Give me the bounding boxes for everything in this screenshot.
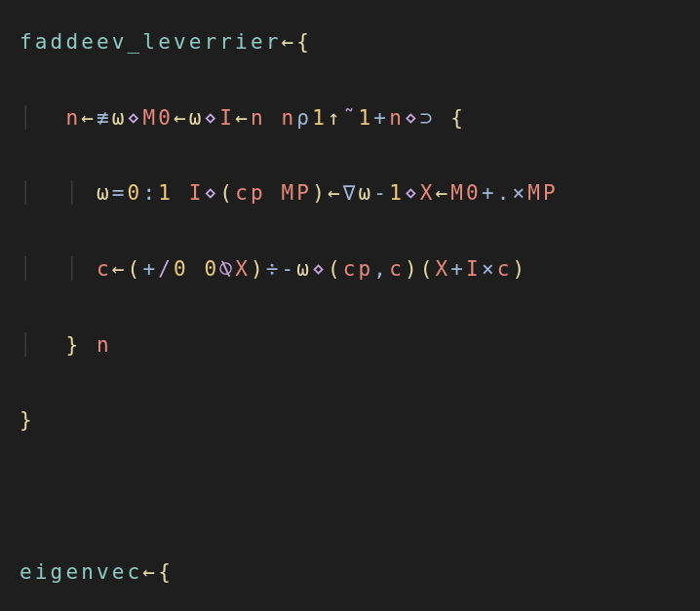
dot-op: . xyxy=(497,181,513,205)
num-1: 1 xyxy=(359,106,374,130)
indent-guide: │ xyxy=(19,333,35,357)
var-cp: cp xyxy=(343,257,374,281)
space xyxy=(81,333,97,357)
close-brace: } xyxy=(19,408,35,432)
times-op: × xyxy=(482,257,497,281)
selfie-mod: ˜ xyxy=(343,106,359,130)
var-c: c xyxy=(97,257,112,281)
assign-arrow: ← xyxy=(281,30,296,54)
omega: ω xyxy=(296,257,312,281)
diamond: ⋄ xyxy=(405,106,420,130)
num-1: 1 xyxy=(389,181,405,205)
assign: ← xyxy=(81,106,97,130)
plus-op: + xyxy=(373,106,389,130)
code-block: faddeev_leverrier←{ │ n←≢ω⋄M0←ω⋄I←n nρ1↑… xyxy=(0,0,700,611)
line-5: │ } n xyxy=(19,326,681,364)
line-7 xyxy=(19,477,681,516)
omega: ω xyxy=(359,181,374,205)
var-m0: M0 xyxy=(450,181,482,205)
omega: ω xyxy=(189,106,205,130)
space xyxy=(174,181,189,205)
line-4: │ │ c←(+/0 0⍉X)÷-ω⋄(cp,c)(X+I×c) xyxy=(19,250,681,288)
disclose-op: ⊃ xyxy=(420,106,436,130)
paren: ( xyxy=(219,181,235,205)
indent-guide: │ xyxy=(65,257,81,281)
var-cp: cp xyxy=(235,181,266,205)
space xyxy=(189,257,205,281)
reshape-op: ρ xyxy=(296,106,312,130)
line-2: │ n←≢ω⋄M0←ω⋄I←n nρ1↑˜1+n⋄⊃ { xyxy=(19,99,681,137)
var-c: c xyxy=(497,257,513,281)
var-x: X xyxy=(235,257,251,281)
divide-op: ÷ xyxy=(266,257,282,281)
transpose-op: ⍉ xyxy=(219,257,235,281)
eq-op: = xyxy=(112,181,128,205)
var-n: n xyxy=(65,106,81,130)
space xyxy=(266,106,282,130)
assign: ← xyxy=(328,181,343,205)
var-mp: MP xyxy=(282,181,313,205)
diamond: ⋄ xyxy=(128,106,143,130)
paren: ) xyxy=(251,257,266,281)
open-brace: { xyxy=(450,106,466,130)
minus-op: - xyxy=(282,257,297,281)
var-x: X xyxy=(420,181,436,205)
tally-op: ≢ xyxy=(97,106,112,130)
paren: ) xyxy=(312,181,328,205)
diamond: ⋄ xyxy=(312,257,328,281)
var-c: c xyxy=(389,257,405,281)
line-6: } xyxy=(19,401,681,439)
colon: : xyxy=(142,181,158,205)
open-brace: { xyxy=(296,30,312,54)
var-n: n xyxy=(389,106,405,130)
plus-op: + xyxy=(450,257,466,281)
omega: ω xyxy=(97,181,112,205)
diamond: ⋄ xyxy=(405,181,420,205)
plus-op: + xyxy=(142,257,158,281)
var-n: n xyxy=(282,106,297,130)
paren: ( xyxy=(420,257,436,281)
assign: ← xyxy=(174,106,189,130)
indent-guide: │ xyxy=(19,106,35,130)
assign: ← xyxy=(235,106,251,130)
omega: ω xyxy=(112,106,128,130)
var-i: I xyxy=(466,257,482,281)
indent-guide: │ xyxy=(65,181,81,205)
open-brace: { xyxy=(158,560,174,584)
paren: ) xyxy=(513,257,528,281)
line-1: faddeev_leverrier←{ xyxy=(19,23,681,61)
var-n: n xyxy=(251,106,266,130)
reduce-mod: / xyxy=(158,257,174,281)
function-name: faddeev_leverrier xyxy=(19,30,281,54)
num-0: 0 xyxy=(174,257,189,281)
var-mp: MP xyxy=(527,181,559,205)
assign-arrow: ← xyxy=(142,560,158,584)
var-m0: M0 xyxy=(142,106,174,130)
space xyxy=(266,181,282,205)
times-op: × xyxy=(513,181,528,205)
line-8: eigenvec←{ xyxy=(19,554,681,592)
paren: ( xyxy=(328,257,343,281)
assign: ← xyxy=(112,257,128,281)
take-op: ↑ xyxy=(328,106,343,130)
num-0: 0 xyxy=(205,257,220,281)
num-1: 1 xyxy=(158,181,174,205)
num-1: 1 xyxy=(312,106,328,130)
var-i: I xyxy=(219,106,235,130)
plus-op: + xyxy=(482,181,497,205)
indent-guide: │ xyxy=(19,257,35,281)
line-3: │ │ ω=0:1 I⋄(cp MP)←∇ω-1⋄X←M0+.×MP xyxy=(19,174,681,212)
space xyxy=(436,106,451,130)
assign: ← xyxy=(436,181,451,205)
var-n: n xyxy=(97,333,112,357)
minus-op: - xyxy=(373,181,389,205)
indent-guide: │ xyxy=(19,181,35,205)
var-i: I xyxy=(189,181,205,205)
diamond: ⋄ xyxy=(205,106,220,130)
num-0: 0 xyxy=(128,181,143,205)
function-name: eigenvec xyxy=(19,560,142,584)
diamond: ⋄ xyxy=(205,181,220,205)
var-x: X xyxy=(436,257,451,281)
comma-op: , xyxy=(373,257,389,281)
paren: ( xyxy=(128,257,143,281)
